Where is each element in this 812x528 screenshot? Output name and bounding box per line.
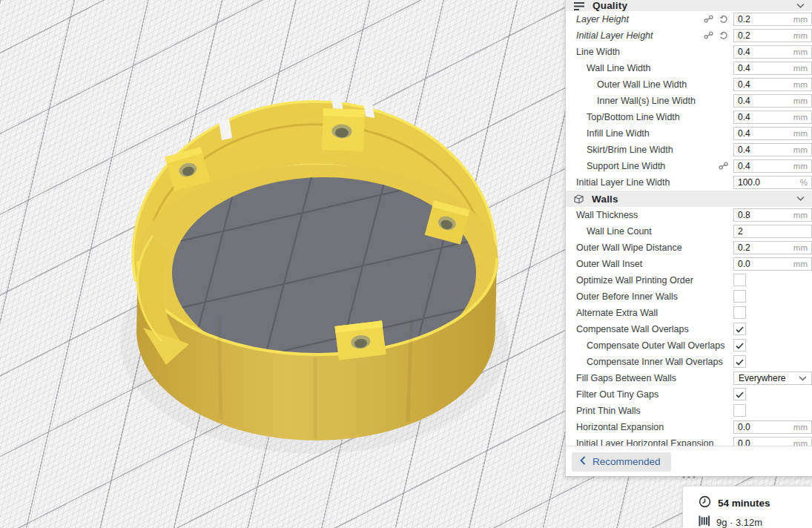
section-header-quality[interactable]: Quality	[566, 0, 812, 11]
setting-input-wall-thickness[interactable]: 0.8mm	[733, 208, 812, 222]
setting-input-infill-line-width[interactable]: 0.4mm	[733, 127, 812, 140]
setting-input-top-bottom-line-width[interactable]: 0.4mm	[733, 110, 812, 124]
setting-label: Outer Wall Line Width	[597, 79, 687, 90]
setting-checkbox-compensate-inner-wall-overlaps[interactable]	[733, 355, 746, 368]
setting-unit: mm	[793, 423, 808, 432]
setting-row-infill-line-width: Infill Line Width0.4mm	[566, 125, 812, 142]
setting-value: 0.4	[738, 47, 750, 57]
checkmark-icon	[736, 355, 744, 369]
revert-icon[interactable]	[719, 29, 728, 42]
setting-row-outer-wall-wipe-distance: Outer Wall Wipe Distance0.2mm	[566, 240, 812, 256]
setting-unit: mm	[793, 129, 808, 138]
setting-input-horizontal-expansion[interactable]: 0.0mm	[733, 420, 812, 434]
setting-unit: mm	[793, 260, 808, 268]
setting-row-skirt-brim-line-width: Skirt/Brim Line Width0.4mm	[566, 142, 812, 158]
panel-footer: Recommended	[566, 446, 812, 476]
setting-label: Optimize Wall Printing Order	[576, 275, 693, 286]
setting-unit: mm	[793, 439, 808, 446]
setting-input-line-width[interactable]: 0.4mm	[733, 45, 812, 59]
setting-row-line-width: Line Width0.4mm	[566, 44, 812, 60]
setting-input-support-line-width[interactable]: 0.4mm	[733, 159, 812, 173]
setting-value: 0.2	[738, 14, 750, 24]
setting-checkbox-print-thin-walls[interactable]	[733, 404, 746, 417]
setting-value: 100.0	[738, 177, 760, 188]
setting-label: Infill Line Width	[587, 128, 650, 139]
setting-row-layer-height: Layer Height0.2mm	[566, 11, 812, 27]
revert-icon[interactable]	[719, 13, 728, 26]
setting-unit: mm	[793, 113, 808, 122]
setting-input-outer-wall-wipe-distance[interactable]: 0.2mm	[733, 241, 812, 254]
setting-dropdown-fill-gaps-between-walls[interactable]: Everywhere	[733, 372, 812, 385]
setting-row-compensate-wall-overlaps: Compensate Wall Overlaps	[566, 321, 812, 337]
setting-label: Fill Gaps Between Walls	[576, 373, 676, 383]
setting-input-inner-wall-s-line-width[interactable]: 0.4mm	[733, 94, 812, 108]
setting-input-wall-line-count[interactable]: 2	[733, 225, 812, 238]
setting-label: Outer Before Inner Walls	[576, 291, 678, 302]
link-icon[interactable]	[704, 13, 713, 26]
recommended-button[interactable]: Recommended	[572, 452, 671, 472]
setting-row-filter-out-tiny-gaps: Filter Out Tiny Gaps	[566, 386, 812, 403]
setting-row-optimize-wall-printing-order: Optimize Wall Printing Order	[566, 272, 812, 288]
setting-checkbox-alternate-extra-wall[interactable]	[733, 306, 746, 319]
setting-value: 0.4	[738, 96, 750, 106]
print-time-estimate: 54 minutes	[718, 498, 770, 509]
setting-input-skirt-brim-line-width[interactable]: 0.4mm	[733, 143, 812, 156]
setting-label: Initial Layer Horizontal Expansion	[576, 438, 714, 446]
section-title: Walls	[592, 194, 618, 205]
cura-window: QualityLayer Height0.2mmInitial Layer He…	[0, 0, 812, 528]
filament-spool-icon	[699, 515, 710, 528]
setting-checkbox-compensate-outer-wall-overlaps[interactable]	[733, 339, 746, 352]
setting-checkbox-compensate-wall-overlaps[interactable]	[733, 323, 746, 335]
setting-label: Compensate Inner Wall Overlaps	[587, 357, 723, 367]
setting-label: Layer Height	[576, 14, 629, 24]
chevron-down-icon[interactable]	[796, 3, 805, 8]
setting-input-outer-wall-inset[interactable]: 0.0mm	[733, 257, 812, 271]
setting-label: Compensate Wall Overlaps	[576, 324, 689, 334]
setting-value: 0.4	[738, 161, 750, 171]
setting-unit: mm	[793, 211, 808, 220]
walls-icon	[574, 194, 584, 204]
setting-unit: mm	[793, 31, 808, 40]
setting-unit: mm	[793, 47, 808, 56]
setting-unit: mm	[793, 145, 808, 154]
checkmark-icon	[736, 388, 744, 401]
setting-input-outer-wall-line-width[interactable]: 0.4mm	[733, 78, 812, 91]
quality-layers-icon	[574, 1, 584, 10]
setting-input-layer-height[interactable]: 0.2mm	[733, 13, 812, 26]
setting-value: 2	[738, 226, 743, 237]
setting-checkbox-filter-out-tiny-gaps[interactable]	[733, 388, 746, 400]
link-icon[interactable]	[704, 29, 713, 42]
setting-unit: mm	[793, 64, 808, 73]
setting-label: Top/Bottom Line Width	[587, 112, 680, 122]
model-3d[interactable]	[0, 0, 565, 528]
setting-input-initial-layer-height[interactable]: 0.2mm	[733, 29, 812, 42]
setting-row-fill-gaps-between-walls: Fill Gaps Between WallsEverywhere	[566, 370, 812, 386]
setting-label: Wall Line Count	[587, 226, 652, 237]
recommended-button-label: Recommended	[593, 456, 661, 467]
setting-input-wall-line-width[interactable]: 0.4mm	[733, 62, 812, 75]
setting-input-initial-layer-line-width[interactable]: 100.0%	[733, 176, 812, 189]
setting-unit: %	[800, 178, 808, 187]
setting-input-initial-layer-horizontal-expansion[interactable]: 0.0mm	[733, 437, 812, 446]
link-icon[interactable]	[719, 159, 728, 173]
setting-value: 0.2	[738, 242, 750, 253]
setting-row-wall-line-count: Wall Line Count2	[566, 223, 812, 240]
setting-row-initial-layer-horizontal-expansion: Initial Layer Horizontal Expansion0.0mm	[566, 435, 812, 446]
setting-label: Support Line Width	[587, 161, 665, 171]
chevron-down-icon[interactable]	[796, 197, 805, 202]
setting-label: Outer Wall Wipe Distance	[576, 242, 682, 253]
setting-checkbox-optimize-wall-printing-order[interactable]	[733, 274, 746, 286]
setting-label: Print Thin Walls	[576, 406, 641, 416]
setting-unit: mm	[793, 15, 808, 24]
setting-row-inner-wall-s-line-width: Inner Wall(s) Line Width0.4mm	[566, 93, 812, 109]
settings-list: QualityLayer Height0.2mmInitial Layer He…	[566, 0, 812, 446]
setting-value: 0.4	[738, 63, 750, 73]
setting-unit: mm	[793, 243, 808, 252]
setting-row-horizontal-expansion: Horizontal Expansion0.0mm	[566, 419, 812, 435]
panel-resize-handle[interactable]	[683, 476, 696, 478]
setting-label: Outer Wall Inset	[576, 259, 642, 269]
setting-checkbox-outer-before-inner-walls[interactable]	[733, 290, 746, 303]
setting-unit: mm	[793, 96, 808, 105]
section-header-walls[interactable]: Walls	[566, 191, 812, 207]
clock-icon	[699, 495, 711, 511]
